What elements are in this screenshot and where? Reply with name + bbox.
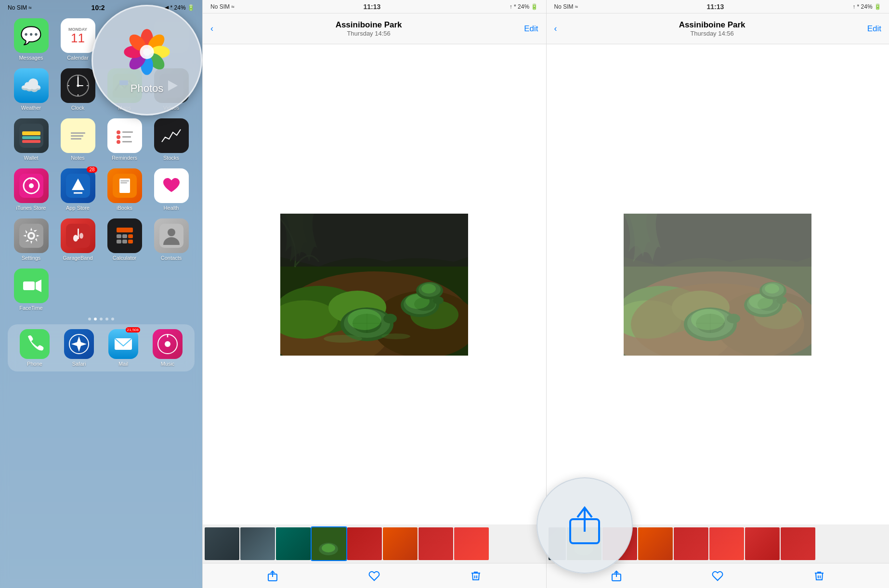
app-contacts-icon [154,218,189,253]
app-clock[interactable]: Clock [56,68,99,111]
app-stocks[interactable]: Stocks [150,118,193,161]
left-thumbnails[interactable] [203,524,546,563]
svg-point-97 [324,335,362,343]
thumb-7[interactable] [418,527,453,560]
app-stocks-icon [154,118,189,153]
app-wallet[interactable]: Wallet [10,118,52,161]
app-messages[interactable]: 💬 Messages [10,18,52,61]
left-photo-panel: No SIM ≈ 11:13 ↑ * 24% 🔋 ‹ Assiniboine P… [202,0,546,588]
svg-rect-37 [120,182,127,183]
right-heart-button[interactable] [709,567,726,585]
svg-rect-27 [122,141,132,142]
right-thumb-5[interactable] [709,527,744,560]
svg-point-119 [727,314,740,323]
left-trash-button[interactable] [467,567,484,585]
left-share-button[interactable] [264,567,281,585]
svg-rect-44 [78,229,79,239]
app-reminders[interactable]: Reminders [103,118,146,161]
app-ibooks-icon [107,168,142,203]
svg-rect-48 [117,234,121,238]
left-panel-title: Assiniboine Park [336,20,402,30]
dot-5 [111,318,114,320]
thumb-8[interactable] [454,527,489,560]
right-status-right: ↑ * 24% 🔋 [852,3,881,10]
thumb-5[interactable] [347,527,382,560]
svg-rect-20 [71,138,81,140]
svg-point-22 [117,130,120,134]
photos-panels: No SIM ≈ 11:13 ↑ * 24% 🔋 ‹ Assiniboine P… [202,0,889,588]
dock-mail[interactable]: 21,508 Mail [108,329,138,367]
right-thumb-6[interactable] [745,527,780,560]
dock-phone[interactable]: Phone [20,329,50,367]
svg-rect-51 [117,240,121,243]
svg-rect-19 [71,135,83,137]
right-panel-header: ‹ Assiniboine Park Thursday 14:56 Edit [547,13,889,44]
left-heart-button[interactable] [366,567,383,585]
right-edit-button[interactable]: Edit [867,24,881,34]
dot-3 [100,318,103,320]
dock-phone-label: Phone [27,361,42,367]
app-appstore-label: App Store [66,205,90,211]
app-itunes[interactable]: iTunes Store [10,168,52,211]
status-nosim: No SIM ≈ [8,4,32,11]
svg-rect-25 [122,136,131,138]
right-trash-button[interactable] [811,567,828,585]
svg-point-26 [117,140,120,144]
appstore-badge: 28 [87,166,97,173]
left-panel-header: ‹ Assiniboine Park Thursday 14:56 Edit [203,13,546,44]
app-weather-icon: ☁️ [14,68,49,103]
svg-rect-49 [122,234,127,238]
svg-point-87 [348,309,381,330]
svg-rect-36 [120,180,129,181]
dock-music[interactable]: Music [153,329,183,367]
app-contacts-label: Contacts [161,255,182,261]
left-back-button[interactable]: ‹ [210,24,213,34]
app-settings-icon [14,218,49,253]
thumb-3[interactable] [276,527,311,560]
thumb-1[interactable] [205,527,239,560]
svg-point-95 [421,284,436,294]
right-thumb-4[interactable] [674,527,708,560]
dock-safari[interactable]: Safari [64,329,94,367]
thumb-6[interactable] [383,527,418,560]
app-appstore[interactable]: 28 App Store [56,168,99,211]
app-health[interactable]: Health [150,168,193,211]
app-calendar-label: Calendar [67,55,89,61]
right-back-button[interactable]: ‹ [554,24,557,34]
app-ibooks-label: iBooks [117,205,132,211]
app-garageband[interactable]: GarageBand [56,218,99,261]
right-panel-subtitle: Thursday 14:56 [679,30,745,37]
right-statusbar: No SIM ≈ 11:13 ↑ * 24% 🔋 [547,0,889,13]
right-thumb-7[interactable] [781,527,815,560]
app-calculator-label: Calculator [113,255,137,261]
app-settings[interactable]: Settings [10,218,52,261]
svg-point-120 [691,309,725,330]
thumb-4-selected[interactable] [312,527,346,560]
iphone-panel: No SIM ≈ 10:2 ◀ * 24% 🔋 💬 Messages Monda… [0,0,202,588]
app-weather-label: Weather [21,105,41,111]
thumb-2[interactable] [240,527,275,560]
app-appstore-icon: 28 [61,168,95,203]
svg-point-41 [29,234,33,238]
svg-point-101 [322,544,335,552]
svg-rect-53 [128,240,133,243]
dock-safari-icon [64,329,94,359]
app-health-label: Health [164,205,179,211]
svg-point-98 [381,333,410,339]
app-weather[interactable]: ☁️ Weather [10,68,52,111]
app-calculator[interactable]: Calculator [103,218,146,261]
dock-phone-icon [20,329,50,359]
app-ibooks[interactable]: iBooks [103,168,146,211]
right-share-button[interactable] [608,567,625,585]
svg-rect-18 [71,132,85,134]
app-facetime[interactable]: FaceTime [10,268,52,311]
right-main-image [547,44,889,524]
app-contacts[interactable]: Contacts [150,218,193,261]
right-header-center: Assiniboine Park Thursday 14:56 [679,20,745,37]
right-thumb-3[interactable] [638,527,673,560]
left-edit-button[interactable]: Edit [524,24,538,34]
mail-badge: 21,508 [126,327,140,332]
dock-mail-label: Mail [118,361,128,367]
app-notes[interactable]: Notes [56,118,99,161]
left-turtle-photo [280,214,468,356]
